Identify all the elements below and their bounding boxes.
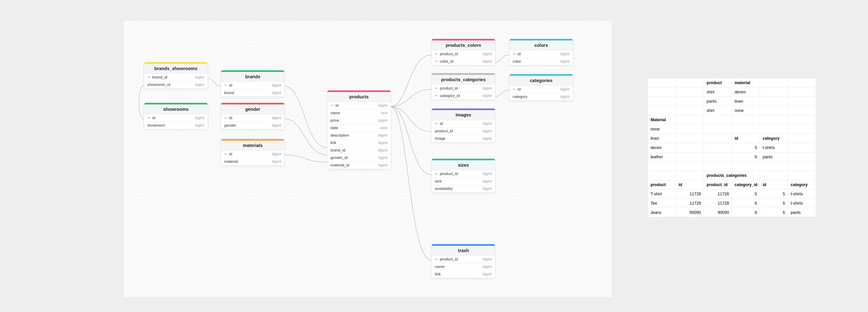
- cell[interactable]: id: [676, 180, 704, 189]
- cell[interactable]: products_categories: [704, 171, 732, 180]
- cell[interactable]: [760, 162, 788, 171]
- cell[interactable]: 6: [732, 199, 760, 208]
- cell[interactable]: [788, 143, 816, 152]
- cell[interactable]: [760, 78, 788, 88]
- entity-categories[interactable]: categoriesidbigintcategorybigint: [509, 74, 573, 101]
- cell[interactable]: [732, 162, 760, 171]
- cell[interactable]: category_id: [732, 180, 760, 189]
- cell[interactable]: t-shirts: [788, 189, 816, 199]
- cell[interactable]: [788, 115, 816, 125]
- cell[interactable]: [676, 88, 704, 97]
- cell[interactable]: [788, 162, 816, 171]
- cell[interactable]: [788, 97, 816, 106]
- cell[interactable]: [648, 97, 676, 106]
- cell[interactable]: product_id: [704, 180, 732, 189]
- cell[interactable]: 90090: [704, 208, 732, 217]
- cell[interactable]: [788, 134, 816, 143]
- cell[interactable]: [676, 97, 704, 106]
- cell[interactable]: pants: [760, 152, 788, 162]
- cell[interactable]: [648, 78, 676, 88]
- cell[interactable]: [760, 171, 788, 180]
- cell[interactable]: [648, 171, 676, 180]
- cell[interactable]: t-shirts: [788, 199, 816, 208]
- cell[interactable]: [704, 125, 732, 134]
- cell[interactable]: [788, 88, 816, 97]
- cell[interactable]: [704, 143, 732, 152]
- cell[interactable]: [704, 152, 732, 162]
- cell[interactable]: denim: [732, 88, 760, 97]
- cell[interactable]: 11728: [704, 199, 732, 208]
- cell[interactable]: [648, 106, 676, 115]
- cell[interactable]: [760, 106, 788, 115]
- entity-gender[interactable]: genderidbigintgenderbigint: [221, 103, 285, 129]
- cell[interactable]: linen: [732, 97, 760, 106]
- cell[interactable]: [676, 125, 704, 134]
- entity-brands[interactable]: brandsidbigintbrandbigint: [221, 70, 285, 97]
- entity-trash[interactable]: trashproduct_idbigintnamebigintlinkbigin…: [432, 244, 495, 278]
- cell[interactable]: 6: [732, 152, 760, 162]
- cell[interactable]: [704, 162, 732, 171]
- cell[interactable]: [788, 152, 816, 162]
- cell[interactable]: [676, 152, 704, 162]
- entity-products_categories[interactable]: products_categoriesproduct_idbigintcateg…: [432, 73, 495, 100]
- cell[interactable]: pants: [788, 208, 816, 217]
- cell[interactable]: id: [732, 134, 760, 143]
- cell[interactable]: shirt: [704, 88, 732, 97]
- cell[interactable]: [676, 115, 704, 125]
- cell[interactable]: product: [648, 180, 676, 189]
- erd-canvas[interactable]: brands_showroomsbrand_idbigintshowroom_i…: [123, 20, 612, 298]
- cell[interactable]: id: [760, 180, 788, 189]
- cell[interactable]: [676, 134, 704, 143]
- entity-products[interactable]: productsidbigintnametextpricebigintdated…: [327, 90, 391, 169]
- entity-sizes[interactable]: sizesproduct_idbigintsizebigintavailabil…: [432, 158, 495, 193]
- cell[interactable]: shirt: [704, 106, 732, 115]
- cell[interactable]: [648, 88, 676, 97]
- cell[interactable]: none: [648, 125, 676, 134]
- cell[interactable]: [648, 162, 676, 171]
- cell[interactable]: 11728: [676, 189, 704, 199]
- cell[interactable]: 6: [732, 208, 760, 217]
- entity-materials[interactable]: materialsidbigintmaterialbigint: [221, 139, 285, 165]
- cell[interactable]: category: [760, 134, 788, 143]
- cell[interactable]: Material: [648, 115, 676, 125]
- cell[interactable]: 6: [760, 208, 788, 217]
- entity-brands_showrooms[interactable]: brands_showroomsbrand_idbigintshowroom_i…: [144, 62, 208, 89]
- spreadsheet-panel[interactable]: productmaterialshirtdenimpantslinenshirt…: [647, 78, 816, 218]
- cell[interactable]: [788, 106, 816, 115]
- cell[interactable]: [676, 106, 704, 115]
- cell[interactable]: [704, 134, 732, 143]
- cell[interactable]: Jeans: [648, 208, 676, 217]
- cell[interactable]: [760, 97, 788, 106]
- cell[interactable]: 5: [760, 199, 788, 208]
- cell[interactable]: [760, 125, 788, 134]
- cell[interactable]: category: [788, 180, 816, 189]
- cell[interactable]: 11728: [676, 199, 704, 208]
- cell[interactable]: 5: [760, 189, 788, 199]
- cell[interactable]: linen: [648, 134, 676, 143]
- cell[interactable]: product: [704, 78, 732, 88]
- entity-images[interactable]: imagesidbigintproduct_idbigintimagebigin…: [432, 108, 495, 143]
- cell[interactable]: [732, 115, 760, 125]
- cell[interactable]: [760, 88, 788, 97]
- entity-colors[interactable]: colorsidbigintcolorbigint: [509, 39, 573, 65]
- cell[interactable]: [788, 78, 816, 88]
- cell[interactable]: [704, 115, 732, 125]
- cell[interactable]: [788, 171, 816, 180]
- cell[interactable]: denim: [648, 143, 676, 152]
- cell[interactable]: t-shirts: [760, 143, 788, 152]
- cell[interactable]: 5: [732, 189, 760, 199]
- cell[interactable]: [732, 125, 760, 134]
- entity-products_colors[interactable]: products_colorsproduct_idbigintcolor_idb…: [432, 39, 495, 65]
- entity-showrooms[interactable]: showroomsidbigintshowroombigint: [144, 103, 208, 129]
- cell[interactable]: 90090: [676, 208, 704, 217]
- cell[interactable]: [788, 125, 816, 134]
- cell[interactable]: [676, 143, 704, 152]
- cell[interactable]: [676, 162, 704, 171]
- cell[interactable]: [676, 171, 704, 180]
- cell[interactable]: Tee: [648, 199, 676, 208]
- cell[interactable]: material: [732, 78, 760, 88]
- cell[interactable]: [676, 78, 704, 88]
- cell[interactable]: T-shirt: [648, 189, 676, 199]
- cell[interactable]: 11728: [704, 189, 732, 199]
- cell[interactable]: [760, 115, 788, 125]
